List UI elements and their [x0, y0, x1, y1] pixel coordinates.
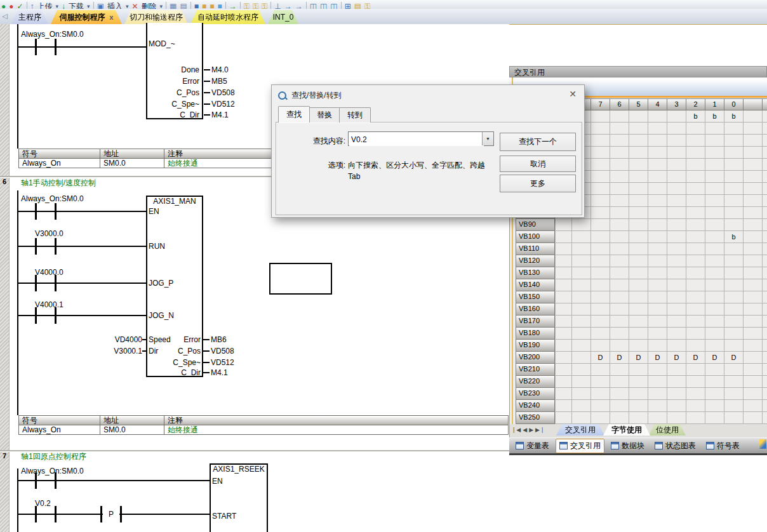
crossref-cell[interactable] — [686, 303, 705, 316]
crossref-cell[interactable]: b — [724, 231, 744, 243]
crossref-cell[interactable] — [556, 352, 572, 364]
crossref-cell[interactable] — [686, 340, 705, 352]
crossref-cell[interactable] — [629, 159, 648, 171]
crossref-cell[interactable]: D — [667, 352, 686, 364]
crossref-cell[interactable] — [629, 110, 648, 123]
crossref-cell[interactable] — [648, 328, 667, 340]
crossref-cell[interactable] — [667, 291, 686, 303]
crossref-cell[interactable] — [763, 171, 767, 183]
crossref-row-label[interactable]: VB170 — [516, 316, 555, 328]
dialog-tab-1[interactable]: 查找 — [278, 106, 310, 123]
more-button[interactable]: 更多 — [500, 175, 576, 192]
tab-close-icon[interactable]: x — [109, 13, 113, 21]
crossref-cell[interactable] — [648, 123, 667, 135]
crossref-cell[interactable] — [648, 400, 667, 412]
crossref-cell[interactable] — [705, 400, 724, 412]
crossref-cell[interactable] — [744, 267, 763, 279]
crossref-cell[interactable] — [610, 316, 629, 328]
crossref-cell[interactable] — [724, 364, 744, 376]
crossref-cell[interactable] — [572, 388, 591, 400]
crossref-row-label[interactable]: VB230 — [516, 388, 555, 400]
crossref-cell[interactable] — [591, 328, 610, 340]
crossref-cell[interactable] — [667, 267, 686, 279]
crossref-cell[interactable] — [629, 316, 648, 328]
crossref-cell[interactable] — [763, 183, 767, 195]
program-tab-2[interactable]: 伺服控制程序x — [51, 10, 122, 24]
crossref-cell[interactable] — [648, 195, 667, 207]
crossref-view-tab-3[interactable]: 位使用 — [649, 424, 686, 436]
crossref-cell[interactable] — [724, 183, 744, 195]
crossref-cell[interactable] — [667, 376, 686, 388]
crossref-cell[interactable] — [572, 376, 591, 388]
crossref-cell[interactable] — [763, 219, 767, 231]
crossref-cell[interactable] — [591, 183, 610, 195]
crossref-cell[interactable] — [572, 303, 591, 316]
crossref-cell[interactable] — [705, 340, 724, 352]
crossref-cell[interactable]: D — [591, 352, 610, 364]
crossref-cell[interactable] — [686, 412, 705, 424]
crossref-nav-buttons[interactable]: |◀◀▶▶| — [513, 427, 555, 436]
crossref-cell[interactable] — [648, 243, 667, 255]
crossref-cell[interactable] — [610, 135, 629, 147]
crossref-cell[interactable] — [705, 219, 724, 231]
crossref-cell[interactable] — [572, 243, 591, 255]
crossref-cell[interactable] — [686, 171, 705, 183]
crossref-cell[interactable] — [667, 147, 686, 159]
crossref-row-label[interactable]: VB240 — [516, 400, 555, 412]
crossref-cell[interactable] — [724, 279, 744, 291]
crossref-cell[interactable] — [667, 388, 686, 400]
crossref-cell[interactable] — [629, 412, 648, 424]
crossref-cell[interactable] — [686, 267, 705, 279]
crossref-cell[interactable] — [686, 376, 705, 388]
crossref-cell[interactable] — [705, 207, 724, 219]
crossref-cell[interactable] — [686, 255, 705, 267]
crossref-cell[interactable] — [763, 352, 767, 364]
crossref-cell[interactable] — [591, 231, 610, 243]
crossref-cell[interactable] — [724, 291, 744, 303]
crossref-usage-grid[interactable]: 76543210bbbbDDDDDDDD — [555, 98, 767, 424]
crossref-cell[interactable]: D — [724, 352, 744, 364]
crossref-cell[interactable] — [556, 412, 572, 424]
crossref-cell[interactable]: D — [686, 352, 705, 364]
crossref-cell[interactable] — [556, 219, 572, 231]
crossref-cell[interactable] — [556, 376, 572, 388]
crossref-cell[interactable] — [763, 291, 767, 303]
crossref-cell[interactable] — [610, 123, 629, 135]
crossref-cell[interactable] — [648, 303, 667, 316]
crossref-cell[interactable] — [572, 340, 591, 352]
program-tab-4[interactable]: 自动延时喷水程序 — [190, 10, 265, 24]
crossref-cell[interactable] — [763, 388, 767, 400]
crossref-cell[interactable] — [705, 291, 724, 303]
crossref-cell[interactable] — [686, 279, 705, 291]
crossref-cell[interactable] — [667, 255, 686, 267]
crossref-cell[interactable] — [667, 219, 686, 231]
dialog-tab-2[interactable]: 替换 — [309, 107, 340, 123]
crossref-cell[interactable] — [629, 147, 648, 159]
crossref-cell[interactable] — [648, 316, 667, 328]
crossref-cell[interactable] — [686, 243, 705, 255]
crossref-cell[interactable] — [629, 303, 648, 316]
crossref-cell[interactable] — [629, 267, 648, 279]
crossref-cell[interactable] — [572, 255, 591, 267]
crossref-cell[interactable] — [556, 291, 572, 303]
crossref-cell[interactable] — [763, 195, 767, 207]
crossref-cell[interactable] — [591, 376, 610, 388]
crossref-cell[interactable] — [629, 123, 648, 135]
crossref-cell[interactable] — [591, 267, 610, 279]
crossref-cell[interactable] — [610, 231, 629, 243]
crossref-cell[interactable] — [629, 364, 648, 376]
crossref-cell[interactable] — [724, 376, 744, 388]
crossref-cell[interactable] — [648, 110, 667, 123]
crossref-cell[interactable] — [744, 195, 763, 207]
crossref-cell[interactable] — [610, 243, 629, 255]
crossref-cell[interactable] — [572, 352, 591, 364]
crossref-row-label[interactable]: VB190 — [516, 340, 555, 352]
crossref-cell[interactable] — [763, 110, 767, 123]
crossref-cell[interactable] — [724, 147, 744, 159]
crossref-cell[interactable] — [610, 412, 629, 424]
crossref-cell[interactable] — [724, 171, 744, 183]
program-tab-3[interactable]: 切刀和输送程序 — [124, 10, 188, 24]
crossref-cell[interactable] — [724, 267, 744, 279]
component-button-4[interactable]: 状态图表 — [651, 439, 700, 453]
crossref-cell[interactable] — [572, 279, 591, 291]
